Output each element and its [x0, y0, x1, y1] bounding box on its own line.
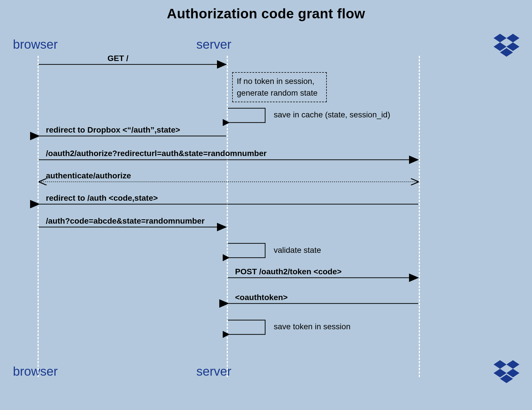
- msg-post-token: POST /oauth2/token <code>: [235, 267, 342, 276]
- msg-save-token: save token in session: [274, 322, 351, 331]
- msg-authenticate: authenticate/authorize: [46, 171, 131, 180]
- dropbox-icon: [494, 360, 519, 383]
- lifeline-server: [227, 56, 228, 377]
- diagram-title: Authorization code grant flow: [167, 6, 365, 21]
- lifeline-browser: [38, 56, 39, 377]
- msg-redirect-dropbox: redirect to Dropbox <“/auth”,state>: [46, 125, 180, 135]
- msg-validate-state: validate state: [274, 246, 321, 255]
- actor-browser-bottom: browser: [13, 364, 58, 379]
- msg-get-root: GET /: [107, 54, 128, 63]
- msg-oauth-authorize: /oauth2/authorize?redirecturl=auth&state…: [46, 149, 267, 158]
- msg-oauthtoken: <oauthtoken>: [235, 293, 288, 302]
- arrows-layer: [0, 0, 532, 410]
- svg-marker-1: [506, 34, 519, 42]
- msg-save-cache: save in cache (state, session_id): [274, 110, 390, 119]
- msg-auth-code: /auth?code=abcde&state=randomnumber: [46, 216, 205, 226]
- actor-server-top: server: [196, 37, 231, 52]
- msg-redirect-auth: redirect to /auth <code,state>: [46, 194, 158, 203]
- svg-marker-0: [494, 34, 506, 42]
- note-no-token: If no token in session, generate random …: [232, 72, 327, 102]
- note-line1: If no token in session,: [237, 76, 322, 87]
- svg-marker-5: [494, 360, 506, 369]
- lifeline-dropbox: [419, 56, 420, 377]
- dropbox-icon: [494, 34, 519, 57]
- svg-marker-6: [506, 360, 519, 369]
- sequence-diagram: Authorization code grant flow browser se…: [0, 0, 532, 410]
- note-line2: generate random state: [237, 87, 322, 99]
- actor-server-bottom: server: [196, 364, 231, 379]
- actor-browser-top: browser: [13, 37, 58, 52]
